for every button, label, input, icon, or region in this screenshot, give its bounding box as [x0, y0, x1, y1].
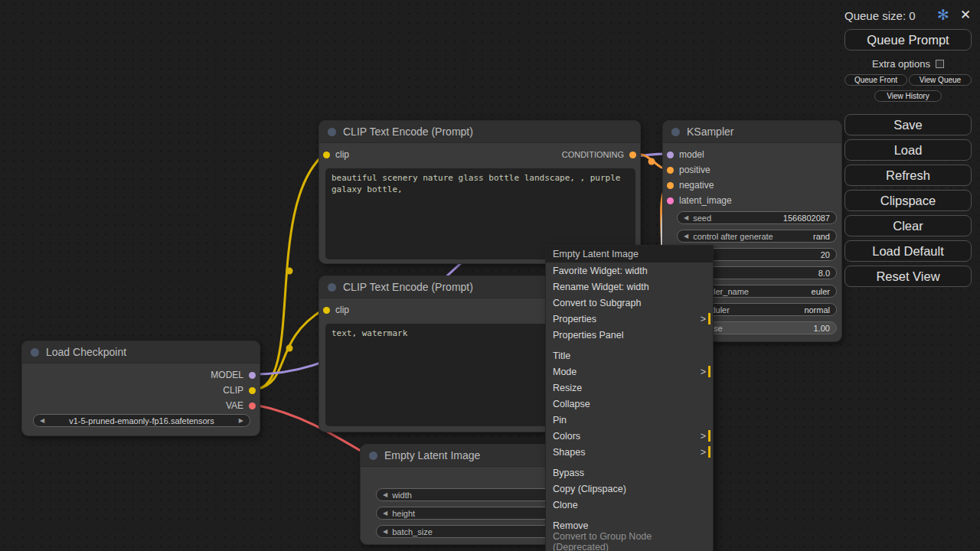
left-arrow-icon[interactable]: ◀ [383, 510, 387, 517]
widget-value: normal [804, 305, 830, 315]
node-load-checkpoint[interactable]: Load Checkpoint MODEL CLIP VAE ◀ v1-5-pr… [21, 341, 260, 436]
conditioning-input-dot-icon[interactable] [667, 167, 674, 174]
save-button[interactable]: Save [844, 114, 972, 135]
left-arrow-icon[interactable]: ◀ [40, 417, 44, 424]
clear-button[interactable]: Clear [844, 215, 972, 236]
refresh-button[interactable]: Refresh [844, 165, 972, 186]
link-midpoint-dot[interactable] [286, 345, 293, 352]
view-queue-button[interactable]: View Queue [909, 74, 972, 86]
node-title: KSampler [687, 126, 733, 138]
submenu-bar-icon [708, 366, 710, 377]
context-menu-item-mode[interactable]: Mode> [546, 364, 713, 380]
slot-label: CONDITIONING [562, 150, 624, 159]
left-arrow-icon[interactable]: ◀ [383, 491, 387, 498]
input-slot-latent-image[interactable]: latent_image [667, 194, 732, 207]
node-collapse-dot-icon[interactable] [671, 128, 680, 136]
context-menu-item-clone[interactable]: Clone [546, 497, 713, 513]
submenu-bar-icon [708, 430, 710, 442]
context-menu-item-favorite-widget[interactable]: Favorite Widget: width [546, 262, 713, 279]
model-input-dot-icon[interactable] [667, 152, 674, 158]
conditioning-input-dot-icon[interactable] [667, 182, 674, 189]
menu-item-label: Copy (Clipspace) [553, 484, 626, 494]
slot-label: latent_image [679, 195, 732, 206]
close-icon[interactable]: ✕ [960, 7, 971, 23]
node-header-load-checkpoint[interactable]: Load Checkpoint [22, 341, 260, 364]
context-menu-item-resize[interactable]: Resize [546, 380, 713, 396]
menu-item-label: Collapse [553, 399, 590, 409]
submenu-bar-icon [708, 313, 710, 324]
node-collapse-dot-icon[interactable] [369, 452, 377, 460]
input-slot-negative[interactable]: negative [667, 179, 714, 191]
view-history-button[interactable]: View History [874, 90, 942, 102]
latent-input-dot-icon[interactable] [667, 197, 674, 204]
input-slot-positive[interactable]: positive [667, 164, 710, 176]
output-slot-vae[interactable]: VAE [226, 399, 256, 412]
context-menu-item-colors[interactable]: Colors> [546, 428, 713, 444]
seed-widget[interactable]: ◀ seed 1566802087 [677, 211, 837, 224]
slot-label: CLIP [223, 385, 243, 396]
context-menu-item-pin[interactable]: Pin [546, 412, 713, 428]
ckpt-name-combo[interactable]: ◀ v1-5-pruned-emaonly-fp16.safetensors ▶ [33, 414, 250, 427]
output-slot-model[interactable]: MODEL [211, 369, 256, 381]
context-menu-item-convert-to-group-node[interactable]: Convert to Group Node (Deprecated) [546, 533, 713, 549]
link-midpoint-dot[interactable] [648, 158, 655, 165]
context-menu: Empty Latent Image Favorite Widget: widt… [545, 245, 714, 551]
widget-label: control after generate [693, 232, 773, 241]
clip-input-dot-icon[interactable] [323, 152, 330, 158]
node-clip-text-encode-1[interactable]: CLIP Text Encode (Prompt) clip CONDITION… [318, 120, 641, 264]
right-arrow-icon[interactable]: ▶ [239, 417, 243, 424]
widget-label: width [392, 491, 412, 500]
extra-options-row: Extra options [842, 58, 974, 70]
menu-item-label: Convert to Subgraph [553, 298, 641, 308]
clipspace-button[interactable]: Clipspace [844, 190, 972, 211]
menu-item-label: Pin [553, 415, 567, 425]
conditioning-output-dot-icon[interactable] [629, 152, 636, 158]
queue-front-button[interactable]: Queue Front [844, 74, 907, 86]
vae-output-dot-icon[interactable] [249, 403, 256, 409]
output-slot-conditioning[interactable]: CONDITIONING [562, 148, 636, 161]
left-arrow-icon[interactable]: ◀ [383, 528, 387, 535]
context-menu-item-bypass[interactable]: Bypass [546, 465, 713, 481]
context-menu-item-copy-clipspace[interactable]: Copy (Clipspace) [546, 481, 713, 497]
link-midpoint-dot[interactable] [286, 268, 293, 275]
node-collapse-dot-icon[interactable] [328, 128, 336, 136]
extra-options-label: Extra options [872, 58, 930, 70]
menu-item-label: Remove [553, 520, 589, 531]
left-arrow-icon[interactable]: ◀ [684, 233, 688, 240]
context-menu-item-rename-widget[interactable]: Rename Widget: width [546, 279, 713, 295]
load-button[interactable]: Load [844, 139, 972, 161]
node-header-ksampler[interactable]: KSampler [663, 121, 841, 143]
control-after-generate-widget[interactable]: ◀ control after generate rand [677, 230, 837, 243]
queue-prompt-button[interactable]: Queue Prompt [844, 29, 972, 51]
context-menu-item-collapse[interactable]: Collapse [546, 396, 713, 412]
model-output-dot-icon[interactable] [249, 372, 256, 379]
menu-item-label: Convert to Group Node (Deprecated) [553, 531, 706, 551]
node-collapse-dot-icon[interactable] [31, 348, 39, 357]
clip-output-dot-icon[interactable] [249, 387, 256, 394]
context-menu-item-convert-to-subgraph[interactable]: Convert to Subgraph [546, 295, 713, 311]
extra-options-checkbox[interactable] [936, 60, 944, 68]
menu-item-label: Clone [553, 500, 578, 510]
reset-view-button[interactable]: Reset View [844, 266, 972, 287]
context-menu-title: Empty Latent Image [546, 246, 713, 262]
slot-label: model [679, 149, 704, 160]
menu-item-label: Rename Widget: width [553, 282, 649, 292]
slot-label: clip [335, 149, 349, 160]
widget-value: 8.0 [818, 269, 830, 278]
context-menu-item-properties-panel[interactable]: Properties Panel [546, 327, 713, 343]
node-collapse-dot-icon[interactable] [328, 283, 336, 292]
node-header-clip-encode-1[interactable]: CLIP Text Encode (Prompt) [319, 121, 640, 143]
context-menu-item-shapes[interactable]: Shapes> [546, 444, 713, 460]
load-default-button[interactable]: Load Default [844, 240, 972, 262]
input-slot-clip[interactable]: clip [323, 148, 349, 161]
context-menu-item-title[interactable]: Title [546, 347, 713, 364]
context-menu-item-properties[interactable]: Properties> [546, 311, 713, 327]
node-title: CLIP Text Encode (Prompt) [343, 281, 473, 293]
clip-input-dot-icon[interactable] [323, 307, 330, 314]
left-arrow-icon[interactable]: ◀ [684, 214, 688, 221]
menu-item-label: Resize [553, 383, 582, 393]
output-slot-clip[interactable]: CLIP [223, 384, 256, 396]
settings-gear-icon[interactable]: ✻ [937, 6, 949, 24]
input-slot-clip[interactable]: clip [323, 304, 349, 316]
input-slot-model[interactable]: model [667, 148, 704, 161]
